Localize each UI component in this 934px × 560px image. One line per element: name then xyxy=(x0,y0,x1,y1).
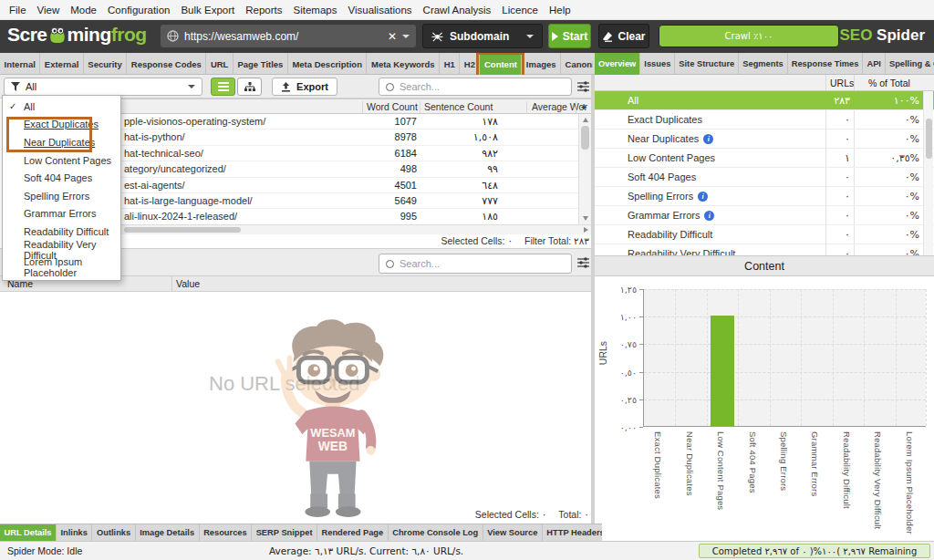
menu-configuration[interactable]: Configuration xyxy=(102,5,175,16)
tab-response-codes[interactable]: Response Codes xyxy=(127,53,206,75)
overview-row-soft-404-pages[interactable]: Soft 404 Pages٠٠% xyxy=(595,168,934,187)
dropdown-item-all[interactable]: ✓All xyxy=(3,98,120,116)
tab-inlinks[interactable]: Inlinks xyxy=(57,524,92,541)
menu-help[interactable]: Help xyxy=(544,5,576,16)
tab-content[interactable]: Content xyxy=(480,53,522,75)
address-cell: hat-is-large-language-model/ xyxy=(124,195,253,206)
menu-crawl-analysis[interactable]: Crawl Analysis xyxy=(418,5,497,16)
dropdown-item-grammar-errors[interactable]: Grammar Errors xyxy=(3,205,120,223)
table-row[interactable]: hat-is-large-language-model/5649٧٧٧ xyxy=(121,193,578,209)
list-view-button[interactable] xyxy=(211,78,235,96)
overview-row-all[interactable]: All٢٨٣١٠٠% xyxy=(595,91,934,110)
menu-file[interactable]: File xyxy=(4,5,32,16)
tab-view-source[interactable]: View Source xyxy=(483,524,543,541)
column-filter-icon[interactable] xyxy=(577,257,589,268)
add-column-icon[interactable]: + xyxy=(581,101,586,112)
tab-issues[interactable]: Issues xyxy=(640,53,675,75)
info-icon[interactable]: i xyxy=(703,134,713,144)
tab-site-structure[interactable]: Site Structure xyxy=(675,53,739,75)
search-input[interactable] xyxy=(400,81,565,92)
overview-row-grammar-errors[interactable]: Grammar Errorsi٠٠% xyxy=(595,206,934,225)
tab-image-details[interactable]: Image Details xyxy=(136,524,200,541)
menu-visualisations[interactable]: Visualisations xyxy=(342,5,417,16)
menu-reports[interactable]: Reports xyxy=(240,5,287,16)
tab-serp-snippet[interactable]: SERP Snippet xyxy=(252,524,317,541)
tab-meta-description[interactable]: Meta Description xyxy=(288,53,368,75)
tab-security[interactable]: Security xyxy=(84,53,128,75)
tab-page-titles[interactable]: Page Titles xyxy=(234,53,288,75)
overview-panel: URLs % of Total All٢٨٣١٠٠% Exact Duplica… xyxy=(595,75,934,255)
vertical-scrollbar[interactable] xyxy=(578,114,591,224)
column-average-words[interactable]: Average Wor xyxy=(532,101,587,112)
tab-segments[interactable]: Segments xyxy=(739,53,787,75)
tab-canonicals[interactable]: Canonicals xyxy=(561,53,593,75)
scroll-up-icon[interactable] xyxy=(583,118,588,122)
tab-h1[interactable]: H1 xyxy=(440,53,460,75)
tree-view-button[interactable] xyxy=(237,78,262,96)
tab-spelling-grammar[interactable]: Spelling & G xyxy=(886,53,934,75)
url-input[interactable] xyxy=(184,30,382,43)
export-button[interactable]: Export xyxy=(272,78,337,96)
dropdown-item-lorem-ipsum-placeholder[interactable]: Lorem Ipsum Placeholder xyxy=(3,258,120,276)
tab-h2[interactable]: H2 xyxy=(460,53,480,75)
url-history-caret-icon[interactable] xyxy=(402,35,410,38)
tab-overview[interactable]: Overview xyxy=(595,53,640,75)
dropdown-item-low-content-pages[interactable]: Low Content Pages xyxy=(3,151,120,170)
table-row[interactable]: hat-technical-seo/6184٩٨٢ xyxy=(121,146,578,161)
details-search-input[interactable] xyxy=(400,258,565,269)
column-word-count[interactable]: Word Count xyxy=(367,101,418,112)
table-row[interactable]: pple-visionos-operating-system/1077١٧٨ xyxy=(121,114,578,130)
tab-url-details[interactable]: URL Details xyxy=(0,524,57,541)
overview-row-near-duplicates[interactable]: Near Duplicatesi٠٠% xyxy=(595,130,934,149)
dropdown-item-spelling-errors[interactable]: Spelling Errors xyxy=(3,187,120,205)
menu-mode[interactable]: Mode xyxy=(65,5,102,16)
table-row[interactable]: est-ai-agents/4501٦٤٨ xyxy=(121,178,578,193)
sentence-count-cell: ٦٤٨ xyxy=(420,180,498,192)
tab-external[interactable]: External xyxy=(40,53,84,75)
tab-resources[interactable]: Resources xyxy=(200,524,253,541)
column-sentence-count[interactable]: Sentence Count xyxy=(424,101,493,112)
clear-button[interactable]: Clear xyxy=(598,24,649,48)
horizontal-scrollbar[interactable] xyxy=(121,224,591,234)
overview-row-readability-difficult[interactable]: Readability Difficult٠٠% xyxy=(595,225,934,244)
tab-internal[interactable]: Internal xyxy=(0,53,40,75)
table-row[interactable]: hat-is-python/8978١,٥٠٨ xyxy=(121,130,578,145)
scrollbar-thumb[interactable] xyxy=(926,119,932,159)
column-value[interactable]: Value xyxy=(176,278,200,289)
address-cell: est-ai-agents/ xyxy=(124,180,185,191)
tab-response-times[interactable]: Response Times xyxy=(788,53,864,75)
tab-images[interactable]: Images xyxy=(522,53,561,75)
overview-row-exact-duplicates[interactable]: Exact Duplicates٠٠% xyxy=(595,110,934,130)
dropdown-item-near-duplicates[interactable]: Near Duplicates xyxy=(3,133,120,151)
menu-sitemaps[interactable]: Sitemaps xyxy=(288,5,343,16)
tab-rendered-page[interactable]: Rendered Page xyxy=(317,524,389,541)
info-icon[interactable]: i xyxy=(704,211,714,221)
tab-http-headers[interactable]: HTTP Headers xyxy=(543,524,602,541)
filter-select[interactable]: All xyxy=(4,78,202,96)
tab-url[interactable]: URL xyxy=(206,53,234,75)
menu-licence[interactable]: Licence xyxy=(496,5,544,16)
overview-row-spelling-errors[interactable]: Spelling Errorsi٠٠% xyxy=(595,187,934,206)
dropdown-item-exact-duplicates[interactable]: Exact Duplicates xyxy=(3,116,120,134)
scrollbar-thumb[interactable] xyxy=(581,126,589,150)
start-button[interactable]: Start xyxy=(548,24,591,48)
table-row[interactable]: ali-linux-2024-1-released/995١٨٥ xyxy=(121,209,578,224)
scrollbar-thumb[interactable] xyxy=(124,227,241,233)
dropdown-item-soft-404-pages[interactable]: Soft 404 Pages xyxy=(3,169,120,187)
scroll-right-icon[interactable] xyxy=(584,227,588,233)
menu-bulk-export[interactable]: Bulk Export xyxy=(175,5,240,16)
column-filter-icon[interactable] xyxy=(577,81,589,92)
tab-outlinks[interactable]: Outlinks xyxy=(92,524,135,541)
table-row[interactable]: ategory/uncategorized/498٩٩ xyxy=(121,161,578,177)
overview-row-low-content-pages[interactable]: Low Content Pages١٠,٣٥% xyxy=(595,149,934,168)
overview-scrollbar[interactable] xyxy=(923,91,933,255)
tab-api[interactable]: API xyxy=(863,53,886,75)
clear-url-icon[interactable]: ✕ xyxy=(388,30,397,43)
tab-meta-keywords[interactable]: Meta Keywords xyxy=(367,53,440,75)
scroll-down-icon[interactable] xyxy=(583,216,588,221)
info-icon[interactable]: i xyxy=(698,192,708,202)
tab-chrome-console-log[interactable]: Chrome Console Log xyxy=(389,524,483,541)
menu-view[interactable]: View xyxy=(32,5,66,16)
crawl-mode-select[interactable]: Subdomain xyxy=(422,24,543,48)
overview-row-readability-very-difficult[interactable]: Readability Very Difficult٠٠% xyxy=(595,244,934,255)
